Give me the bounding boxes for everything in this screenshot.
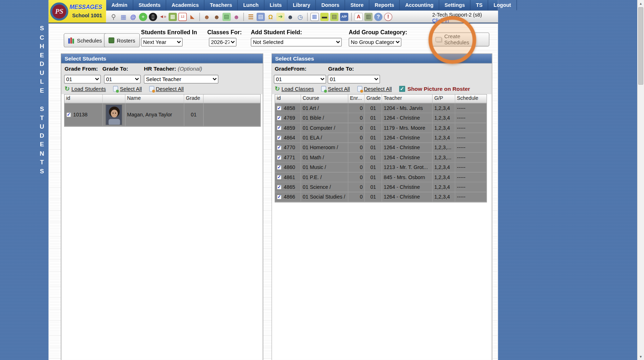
bell-icon[interactable]: Ω xyxy=(267,13,275,21)
hr-teacher-hint: (Optional) xyxy=(178,66,202,72)
person-add-icon[interactable]: ☻ xyxy=(203,13,211,21)
rosters-button[interactable]: Rosters xyxy=(104,33,140,47)
person-icon[interactable]: ☻ xyxy=(213,13,221,21)
classes-deselect-all-link[interactable]: Deselect All xyxy=(357,86,392,92)
people-icon[interactable]: ☻ xyxy=(232,13,241,21)
add-student-field-select[interactable]: Not Selected xyxy=(251,38,341,46)
alert-icon[interactable]: ! xyxy=(384,13,392,21)
class-row[interactable]: 4858 01 Art / 0 01 1204 - Ms. Jarvis 1,2… xyxy=(275,103,487,113)
load-students-link[interactable]: ↻ Load Students xyxy=(64,85,106,93)
cash-register-icon[interactable]: ▥ xyxy=(365,13,373,21)
megaphone-icon[interactable]: ◣ xyxy=(188,13,197,21)
help-icon[interactable]: ? xyxy=(374,13,383,21)
green-calendar-icon[interactable]: ▦ xyxy=(169,13,177,21)
class-row[interactable]: 4864 01 ELA / 0 01 1264 - Christine 1,2,… xyxy=(275,133,487,143)
binder-icon[interactable]: ▤ xyxy=(256,13,265,21)
show-picture-checkbox[interactable] xyxy=(399,86,405,92)
nav-item-ts[interactable]: TS xyxy=(471,0,488,10)
printer-checks-icon[interactable]: ▤ xyxy=(330,13,339,21)
class-gp: 1,2,3,4 xyxy=(433,103,455,113)
chat-bubble-icon[interactable]: + xyxy=(139,13,147,21)
vertical-scrollbar[interactable]: ▲ ▼ xyxy=(637,0,644,360)
class-row[interactable]: 4769 01 Bible / 0 01 1264 - Christine 1,… xyxy=(275,113,487,123)
nav-item-students[interactable]: Students xyxy=(133,0,166,10)
refresh-icon: ↻ xyxy=(275,85,280,93)
logo-school-name: School 1001 xyxy=(70,13,102,19)
class-row-checkbox[interactable] xyxy=(277,165,282,170)
nav-item-library[interactable]: Library xyxy=(287,0,316,10)
speaker-icon[interactable]: ◄» xyxy=(159,13,167,21)
students-grade-to-select[interactable]: 01 xyxy=(104,75,141,84)
students-enrolled-in-select[interactable]: Next Year xyxy=(141,38,183,46)
nav-item-lists[interactable]: Lists xyxy=(264,0,287,10)
pdf-icon[interactable]: A xyxy=(354,13,363,21)
class-row[interactable]: 4771 01 Math / 0 01 1264 - Christine 1,2… xyxy=(275,153,487,163)
add-group-category-select[interactable]: No Group Category xyxy=(349,38,401,46)
nav-item-accounting[interactable]: Accounting xyxy=(400,0,439,10)
classes-select-all-link[interactable]: Select All xyxy=(321,86,350,92)
nav-item-reports[interactable]: Reports xyxy=(369,0,400,10)
class-row-checkbox[interactable] xyxy=(277,115,282,120)
class-row[interactable]: 4860 01 Music / 0 01 1213 - Mr. T. Grot.… xyxy=(275,163,487,172)
person-tie-icon[interactable]: ☻ xyxy=(286,13,295,21)
class-gp: 1,2,3,4 xyxy=(433,113,455,123)
ap-badge-icon[interactable]: A/P xyxy=(340,13,348,21)
students-deselect-all-link[interactable]: Deselect All xyxy=(149,86,184,92)
classes-grade-from-select[interactable]: 01 xyxy=(274,75,326,84)
nav-item-logout[interactable]: Logout xyxy=(488,0,517,10)
students-grade-from-select[interactable]: 01 xyxy=(64,75,101,84)
nav-item-teachers[interactable]: Teachers xyxy=(205,0,238,10)
burger-icon[interactable]: ☰ xyxy=(247,13,255,21)
nav-item-admin[interactable]: Admin xyxy=(106,0,133,10)
class-row-checkbox[interactable] xyxy=(277,106,282,111)
class-course: 01 Music / xyxy=(301,163,348,172)
money-icon[interactable]: ▤ xyxy=(223,13,231,21)
class-course: 01 Homeroom / xyxy=(301,143,348,152)
students-enrolled-in-label: Students Enrolled In xyxy=(141,29,197,35)
scrollbar-thumb[interactable] xyxy=(638,7,643,85)
class-row-checkbox[interactable] xyxy=(277,185,282,190)
class-gp: 1,2,3,4 xyxy=(433,123,455,133)
phone-icon[interactable]: ▯ xyxy=(149,13,157,21)
scroll-down-arrow-icon[interactable]: ▼ xyxy=(638,353,644,360)
nav-item-lunch[interactable]: Lunch xyxy=(238,0,264,10)
nav-item-donors[interactable]: Donors xyxy=(316,0,345,10)
class-row[interactable]: 4861 01 P.E. / 0 01 845 - Mrs. Osborn 1,… xyxy=(275,172,487,182)
grid-calendar-icon[interactable]: ▦ xyxy=(119,13,128,21)
class-row[interactable]: 4866 01 Social Studies / 0 01 1264 - Chr… xyxy=(275,192,487,202)
student-row-checkbox[interactable] xyxy=(66,112,71,117)
student-row[interactable]: 10138 Magan, Anya Taylor 01 xyxy=(64,103,260,126)
note-arrow-icon[interactable]: ➔ xyxy=(276,13,285,21)
hr-teacher-select[interactable]: Select Teacher xyxy=(144,75,219,84)
scroll-up-arrow-icon[interactable]: ▲ xyxy=(638,0,644,7)
spreadsheet-icon[interactable]: ▦ xyxy=(310,13,319,21)
at-email-icon[interactable]: @ xyxy=(129,13,137,21)
class-row-checkbox[interactable] xyxy=(277,194,282,199)
magnifier-icon[interactable]: ⚲ xyxy=(109,13,118,21)
class-id: 4860 xyxy=(284,164,295,170)
class-gp: 1,2,3,4 xyxy=(433,182,455,192)
nav-item-settings[interactable]: Settings xyxy=(439,0,470,10)
load-classes-link[interactable]: ↻ Load Classes xyxy=(275,85,314,93)
class-course: 01 P.E. / xyxy=(301,172,348,182)
class-row[interactable]: 4865 01 Science / 0 01 1264 - Christine … xyxy=(275,182,487,192)
alarm-clock-icon[interactable]: ◷ xyxy=(296,13,304,21)
class-row-checkbox[interactable] xyxy=(277,155,282,160)
red-calendar-icon[interactable]: 12 xyxy=(178,13,187,21)
nav-item-academics[interactable]: Academics xyxy=(166,0,205,10)
class-enrolled-count: 0 xyxy=(348,143,365,152)
students-select-all-link[interactable]: Select All xyxy=(113,86,142,92)
schedules-button[interactable]: Schedules xyxy=(64,33,106,47)
class-row[interactable]: 4859 01 Computer / 0 01 1179 - Mrs. Moor… xyxy=(275,123,487,133)
classes-for-select[interactable]: 2026-27 xyxy=(209,38,236,46)
nav-item-store[interactable]: Store xyxy=(345,0,369,10)
create-schedules-button[interactable]: Create Schedules xyxy=(431,32,489,46)
class-row-checkbox[interactable] xyxy=(277,135,282,140)
class-row-checkbox[interactable] xyxy=(277,175,282,180)
select-students-title: Select Students xyxy=(64,55,106,62)
class-row-checkbox[interactable] xyxy=(277,145,282,150)
class-row[interactable]: 4770 01 Homeroom / 0 01 1264 - Christine… xyxy=(275,143,487,152)
check-plate-icon[interactable]: ▬ xyxy=(320,13,328,21)
classes-grade-to-select[interactable]: 01 xyxy=(328,75,380,84)
class-row-checkbox[interactable] xyxy=(277,125,282,130)
